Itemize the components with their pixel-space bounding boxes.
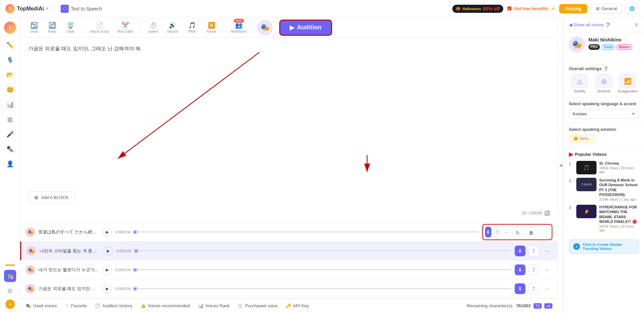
download-button-2[interactable]: ⬇: [515, 246, 525, 256]
text-cutter-button[interactable]: ✂️ Text Cutter: [115, 20, 136, 35]
halloween-badge[interactable]: 🎃 Halloween 60% off: [452, 5, 503, 13]
undo-button[interactable]: ↩️ Undo: [26, 20, 42, 35]
add-block-button[interactable]: ⊕ Add A BLOCK: [28, 191, 74, 204]
similarity-icon-box[interactable]: ◎: [596, 75, 612, 88]
tab-voices-rank[interactable]: 📊 Voices Rank: [198, 302, 230, 310]
sidebar-item-voice[interactable]: 🎙️: [4, 54, 16, 66]
free-benefits-link[interactable]: 🎁 Get free benefits ⚡: [507, 6, 556, 11]
volume-button[interactable]: 🔊 Volume: [164, 20, 181, 35]
sidebar: I ✏️ 🎙️ 📂 😊 📊 ▦ 🎤 ✒️ 👤 🛍️ ⊞ +: [0, 18, 20, 313]
share-button-1[interactable]: ⤴: [494, 227, 501, 237]
audio-item-4: 🎭 가끔은 외로울 때도 있지만 그... ▶ 0:00/0:04 ⬇ ⤴ ··…: [20, 279, 558, 298]
user-avatar[interactable]: I: [4, 22, 16, 34]
more-button-2[interactable]: ···: [542, 246, 552, 256]
video-item-2[interactable]: 2 7 DAYS Surviving A Week in OUR Demonic…: [569, 178, 639, 201]
more-button-1[interactable]: ···: [503, 227, 510, 237]
language-button[interactable]: 🌐: [625, 4, 639, 13]
share-button-2[interactable]: ⤴: [528, 246, 539, 256]
audio-avatar-1: 🎭: [26, 227, 35, 237]
sidebar-item-grid[interactable]: ▦: [4, 113, 16, 125]
tab-audition-history[interactable]: 🕐 Audition history: [95, 302, 132, 310]
import-script-button[interactable]: 📄 Import Script: [87, 20, 112, 35]
panel-collapse-handle[interactable]: ◀: [558, 18, 563, 313]
video-item-1[interactable]: 1 🎵 St. Chroma 1883k Views | 20 hours ag…: [569, 161, 639, 174]
tab-used-voices[interactable]: 🎭 Used voices: [26, 302, 57, 310]
editor-area[interactable]: 가끔은 외로울 때도 있지만, 그래도 난 강해져야 해. ⊕ Add A BL…: [20, 38, 558, 222]
progress-dot-3: [133, 268, 137, 272]
tab-purchased-voice[interactable]: 🛒 Purchased voice: [238, 302, 278, 310]
heart-icon[interactable]: ♡: [624, 36, 629, 43]
stability-icon-box[interactable]: △: [572, 75, 588, 88]
create-similar-button[interactable]: + Click to Create Similar Trending Video…: [569, 239, 639, 254]
nav-right-area: 🎃 Halloween 60% off 🎁 Get free benefits …: [452, 4, 639, 13]
progress-bar-2[interactable]: [134, 250, 511, 251]
sidebar-item-shop[interactable]: 🛍️: [4, 270, 16, 282]
audition-button[interactable]: ▶ Audition: [279, 20, 332, 36]
pitch-button[interactable]: 🎵 Pitch: [184, 20, 200, 35]
tab-api-key[interactable]: 🔑 API Key: [286, 302, 309, 310]
sidebar-item-mic[interactable]: 🎤: [4, 128, 16, 140]
brand-logo-icon: T: [5, 4, 15, 13]
video-stats-2: 3334k Views | 1 day ago: [599, 198, 639, 201]
general-button[interactable]: ⊞ General: [591, 4, 622, 13]
delete-button-1[interactable]: 🗑: [526, 227, 537, 238]
time-label-4: 0:00/0:04: [115, 287, 131, 291]
sidebar-item-apps[interactable]: ⊞: [4, 285, 16, 297]
time-label-1: 0:00/0:04: [115, 230, 131, 234]
exaggeration-icon-box[interactable]: 📶: [620, 75, 636, 88]
more-button-4[interactable]: ···: [542, 283, 552, 294]
sidebar-item-face[interactable]: 😊: [4, 84, 16, 96]
progress-bar-1[interactable]: [133, 231, 479, 232]
tab-voices-recommended[interactable]: 👍 Voices recommended: [140, 302, 190, 310]
progress-bar-4[interactable]: [133, 288, 511, 289]
refresh-icon[interactable]: 🔄: [544, 210, 550, 216]
play-button-1[interactable]: ▶: [102, 227, 112, 237]
more-button-3[interactable]: ···: [542, 264, 552, 275]
toolbar-divider-4: [253, 22, 254, 34]
similarity-setting: ◎ Similarity: [593, 75, 615, 93]
share-button-3[interactable]: ⤴: [528, 264, 539, 275]
download-button-3[interactable]: ⬇: [515, 264, 525, 275]
video-num-1: 1: [569, 162, 574, 166]
audio-actions-2: ⬇ ⤴ ···: [515, 246, 552, 256]
stability-label: Stability: [574, 89, 585, 93]
play-button-3[interactable]: ▶: [102, 265, 112, 275]
voice-avatar-large: 🎭: [569, 36, 585, 53]
nav-tts-label: 🔊 Text to Speech: [61, 5, 102, 13]
language-select[interactable]: Korean English Japanese: [569, 109, 639, 119]
sidebar-item-compose[interactable]: ✏️: [4, 39, 16, 51]
download-button-1[interactable]: ⬇: [485, 227, 491, 237]
pricing-button[interactable]: Pricing: [559, 4, 587, 13]
share-button-4[interactable]: ⤴: [528, 283, 539, 294]
loop-button-1[interactable]: ↻: [512, 227, 523, 238]
audio-actions-1-highlighted: ⬇ ⤴ ··· ↻ 🗑: [482, 224, 552, 240]
play-button-4[interactable]: ▶: [102, 284, 112, 293]
more-options-icon[interactable]: ⋮: [588, 51, 594, 58]
pause-button[interactable]: ⏸️ Pause: [203, 20, 220, 35]
video-item-3[interactable]: 3 ⚡ HYPERCHARGE FOR WATCHING THE BRAWL S…: [569, 205, 639, 232]
tab-favorite[interactable]: ♡ Favorite: [65, 302, 87, 310]
audio-item-1: 🎭 音楽は私のすべて だから絶対... ▶ 0:00/0:04 ⬇ ⤴ ···: [20, 223, 558, 241]
sidebar-item-files[interactable]: 📂: [4, 69, 16, 81]
clear-button[interactable]: 🗑️ Clear: [62, 20, 79, 35]
show-all-voices-link[interactable]: ◀ Show all voices ❓: [569, 22, 610, 27]
close-panel-button[interactable]: ✕: [634, 22, 639, 28]
voice-avatar-button[interactable]: 🎭: [258, 20, 272, 35]
toolbar-divider-3: [224, 22, 224, 34]
lang-section-title: Select speaking language & accent: [569, 102, 639, 106]
play-button-2[interactable]: ▶: [103, 246, 113, 256]
audio-timeline-3: 0:00/0:04: [115, 268, 511, 272]
sidebar-add-button[interactable]: +: [5, 300, 15, 309]
redo-button[interactable]: ↪️ Redo: [44, 20, 61, 35]
progress-bar-3[interactable]: [133, 269, 511, 270]
speed-button[interactable]: ⏱️ Speed: [144, 20, 161, 35]
download-button-4[interactable]: ⬇: [515, 283, 525, 294]
editor-text[interactable]: 가끔은 외로울 때도 있지만, 그래도 난 강해져야 해.: [28, 45, 550, 85]
sidebar-item-edit[interactable]: ✒️: [4, 143, 16, 155]
char-counter: 29 / 20000 🔄: [28, 210, 550, 216]
video-title-1: St. Chroma: [599, 161, 639, 166]
sidebar-item-user[interactable]: 👤: [4, 158, 16, 170]
tag-mature: Mature: [616, 44, 632, 50]
emotion-button[interactable]: 😊 Defa...: [569, 135, 596, 143]
sidebar-item-chart[interactable]: 📊: [4, 98, 16, 111]
